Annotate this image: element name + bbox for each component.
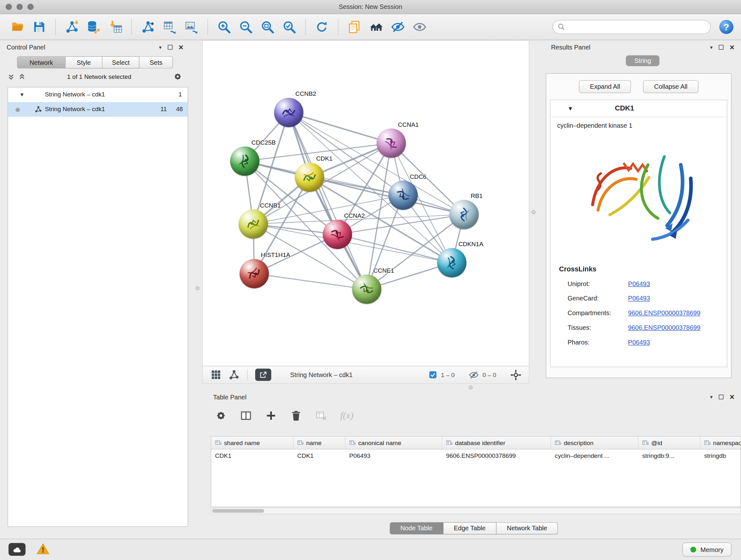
export-table-button[interactable] (159, 17, 181, 37)
column-header[interactable]: @id (638, 437, 700, 449)
settings-gear-button[interactable] (215, 410, 227, 422)
tab-sets[interactable]: Sets (139, 56, 173, 68)
memory-button[interactable]: Memory (683, 543, 732, 557)
zoom-fit-button[interactable] (257, 17, 278, 37)
panel-float-icon[interactable] (719, 395, 724, 399)
table-cell[interactable]: cyclin–dependent ... (551, 449, 638, 462)
graph-node-cdc25b[interactable] (230, 146, 259, 176)
graph-node-rb1[interactable] (449, 200, 479, 229)
tab-network[interactable]: Network (17, 56, 65, 68)
hidden-eye-icon[interactable] (469, 370, 479, 380)
scrollbar-thumb[interactable] (212, 509, 264, 513)
open-in-new-window-button[interactable] (255, 369, 271, 381)
graph-node-ccnb2[interactable] (274, 98, 304, 127)
tab-string[interactable]: String (626, 55, 660, 66)
export-network-button[interactable] (137, 17, 158, 37)
zoom-selected-icon (282, 20, 296, 34)
network-view-icon[interactable] (228, 369, 240, 381)
delete-row-button[interactable] (290, 410, 302, 422)
panel-menu-icon[interactable]: ▾ (710, 45, 713, 50)
warning-button[interactable] (36, 543, 50, 556)
tab-network-table[interactable]: Network Table (496, 522, 558, 535)
zoom-selected-button[interactable] (278, 17, 300, 37)
network-row-selected[interactable]: String Network – cdk1 11 48 (8, 102, 188, 117)
collapse-all-chevrons-icon[interactable] (8, 73, 15, 80)
tab-style[interactable]: Style (65, 56, 103, 68)
fit-content-crosshair-icon[interactable] (510, 369, 521, 380)
import-network-database-button[interactable] (83, 17, 105, 37)
graph-node-ccne1[interactable] (352, 274, 381, 304)
table-cell[interactable]: 9606.ENSP00000378699 (442, 449, 551, 462)
table-cell[interactable]: CDK1 (211, 449, 293, 462)
crosslink-value-link[interactable]: 9606.ENSP00000378699 (628, 310, 700, 317)
duplicate-network-button[interactable] (344, 17, 365, 37)
panel-close-icon[interactable]: × (179, 43, 184, 51)
save-session-button[interactable] (28, 17, 50, 37)
crosslink-value-link[interactable]: 9606.ENSP00000378699 (628, 324, 700, 331)
tree-expand-icon[interactable]: ▼ (19, 91, 24, 98)
table-cell[interactable]: stringdb:9... (638, 449, 700, 462)
options-gear-icon[interactable] (173, 72, 183, 81)
first-neighbors-button[interactable] (365, 17, 387, 37)
add-row-button[interactable] (265, 410, 277, 422)
graph-node-ccna2[interactable] (323, 220, 352, 249)
function-builder-button[interactable]: f(x) (340, 410, 353, 421)
panel-menu-icon[interactable]: ▾ (710, 394, 713, 399)
bottom-splitter-handle[interactable] (469, 386, 473, 389)
graph-node-ccnb1[interactable] (239, 209, 268, 239)
crosslink-value-link[interactable]: P06493 (628, 339, 650, 346)
graph-node-cdc6[interactable] (388, 180, 418, 210)
graph-node-hist1h1a[interactable] (240, 259, 269, 288)
collapse-all-button[interactable]: Collapse All (643, 80, 698, 93)
column-header[interactable]: namespace (700, 437, 741, 449)
hide-selected-button[interactable] (387, 17, 409, 37)
panel-float-icon[interactable] (168, 45, 173, 50)
panel-float-icon[interactable] (719, 45, 724, 50)
open-session-button[interactable] (7, 17, 28, 37)
graph-node-cdkn1a[interactable] (437, 248, 467, 277)
right-splitter-handle[interactable] (532, 210, 536, 214)
graph-node-cdk1[interactable] (295, 163, 324, 192)
help-button[interactable]: ? (718, 19, 734, 35)
network-collection-row[interactable]: ▼ String Network – cdk1 1 (8, 87, 188, 102)
left-splitter-handle[interactable] (196, 287, 199, 290)
table-cell[interactable]: CDK1 (293, 449, 346, 462)
manage-columns-button[interactable] (240, 410, 252, 422)
panel-close-icon[interactable]: × (730, 393, 735, 401)
selected-checkbox-icon[interactable] (428, 370, 437, 379)
expand-all-chevrons-icon[interactable] (18, 73, 25, 80)
column-header[interactable]: description (551, 437, 638, 449)
crosslink-value-link[interactable]: P06493 (628, 280, 650, 287)
network-canvas[interactable]: CCNB2 CCNA1 CDC25B CDK1 CDC6 RB1 CCNB1 C… (203, 41, 529, 366)
panel-close-icon[interactable]: × (730, 43, 735, 51)
column-header-label: name (307, 439, 322, 446)
tab-node-table[interactable]: Node Table (389, 522, 443, 535)
column-header[interactable]: name (293, 437, 346, 449)
graph-node-ccna1[interactable] (377, 129, 406, 158)
import-network-file-button[interactable] (61, 17, 83, 37)
table-cell[interactable]: stringdb (700, 449, 741, 462)
crosslink-value-link[interactable]: P06493 (628, 295, 650, 302)
tab-edge-table[interactable]: Edge Table (443, 522, 496, 535)
show-all-button[interactable] (409, 17, 430, 37)
expand-all-button[interactable]: Expand All (579, 80, 631, 93)
panel-menu-icon[interactable]: ▾ (159, 45, 161, 50)
update-network-button[interactable] (311, 17, 333, 37)
table-horizontal-scrollbar[interactable] (211, 508, 741, 514)
column-header[interactable]: shared name (211, 437, 293, 449)
export-image-button[interactable] (181, 17, 202, 37)
import-table-file-button[interactable] (105, 17, 126, 37)
column-header[interactable]: canonical name (346, 437, 443, 449)
table-cell[interactable]: P06493 (346, 449, 443, 462)
cloud-button[interactable] (9, 543, 25, 556)
protein-section-header[interactable]: ▼ CDK1 (550, 100, 727, 117)
zoom-in-button[interactable] (213, 17, 235, 37)
tab-select[interactable]: Select (103, 56, 139, 68)
search-box[interactable] (552, 20, 711, 34)
column-header[interactable]: database identifier (442, 437, 551, 449)
table-row[interactable]: CDK1CDK1P064939606.ENSP00000378699cyclin… (211, 449, 741, 462)
zoom-out-button[interactable] (235, 17, 257, 37)
grid-view-icon[interactable] (210, 369, 222, 381)
delete-table-button[interactable] (315, 410, 327, 422)
search-input[interactable] (568, 23, 705, 30)
